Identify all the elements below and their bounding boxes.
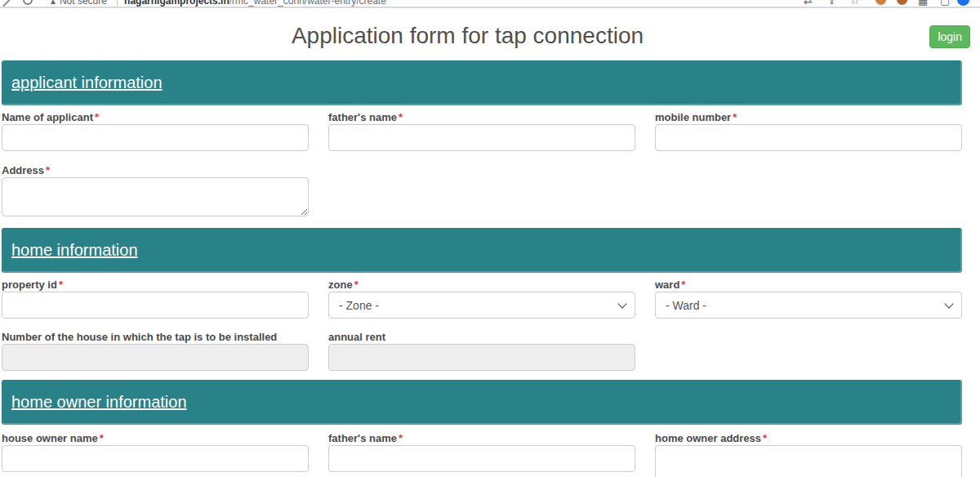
browser-toolbar: ▲Not secure|nagarnigamprojects.in/rmc_wa…	[0, 0, 980, 8]
required-asterisk: *	[681, 279, 685, 291]
section-heading-link-applicant[interactable]: applicant information	[11, 74, 163, 92]
bookmark-star-icon[interactable]: ☆	[850, 0, 860, 7]
required-asterisk: *	[763, 432, 767, 444]
forward-icon[interactable]	[2, 0, 11, 7]
translate-icon[interactable]: ⇄	[804, 0, 813, 7]
section-heading-link-home[interactable]: home information	[11, 241, 138, 260]
annual-rent-input	[328, 344, 635, 371]
mobile-number-input[interactable]	[655, 124, 962, 151]
field-home-owner-address: home owner address*	[655, 431, 962, 477]
owner-fathers-name-input[interactable]	[328, 445, 635, 472]
name-of-applicant-input[interactable]	[2, 124, 309, 151]
field-label: Number of the house in which the tap is …	[2, 330, 309, 344]
field-label: father's name*	[328, 431, 635, 445]
section-home-owner-information: home owner information house owner name*…	[2, 380, 962, 477]
required-asterisk: *	[399, 111, 403, 123]
share-icon[interactable]: ⇪	[827, 0, 836, 7]
field-house-number: Number of the house in which the tap is …	[2, 330, 309, 371]
field-label: zone*	[328, 278, 635, 292]
field-label: annual rent	[328, 330, 635, 344]
not-secure-warning-icon: ▲	[49, 0, 57, 6]
field-property-id: property id*	[2, 278, 309, 319]
fathers-name-input[interactable]	[328, 124, 635, 151]
application-form: applicant information Name of applicant*…	[2, 60, 962, 477]
property-id-input[interactable]	[2, 292, 309, 319]
required-asterisk: *	[733, 111, 737, 123]
home-owner-address-textarea[interactable]	[655, 445, 962, 477]
extension-avatar-icon[interactable]	[875, 0, 886, 5]
extension-avatar-icon[interactable]	[897, 0, 907, 5]
field-zone: zone* - Zone -	[328, 278, 635, 319]
section-heading-home: home information	[2, 228, 962, 273]
required-asterisk: *	[354, 279, 359, 291]
required-asterisk: *	[46, 164, 50, 176]
field-label: mobile number*	[655, 110, 962, 124]
section-home-information: home information property id* zone* - Zo…	[2, 228, 962, 371]
zone-select[interactable]: - Zone -	[328, 292, 635, 319]
address-textarea[interactable]	[2, 177, 309, 216]
page-title: Application form for tap connection	[0, 20, 935, 52]
field-annual-rent: annual rent	[328, 330, 635, 371]
ward-select[interactable]: - Ward -	[655, 292, 962, 319]
url-path: /rmc_water_conn/water-entry/create	[229, 0, 386, 7]
profile-avatar[interactable]	[957, 0, 969, 6]
field-address: Address*	[2, 163, 309, 216]
field-mobile-number: mobile number*	[655, 110, 962, 151]
reload-icon[interactable]	[23, 0, 33, 5]
section-heading-applicant: applicant information	[2, 60, 962, 105]
field-ward: ward* - Ward -	[655, 278, 962, 319]
required-asterisk: *	[59, 279, 63, 291]
side-panel-icon[interactable]: ▢	[940, 0, 950, 7]
not-secure-label: Not secure	[60, 0, 107, 7]
url-separator: |	[116, 0, 118, 7]
page-header: Application form for tap connection logi…	[0, 20, 980, 52]
field-label: ward*	[655, 278, 962, 292]
section-heading-home-owner: home owner information	[2, 380, 962, 425]
address-bar[interactable]: ▲Not secure|nagarnigamprojects.in/rmc_wa…	[49, 0, 386, 7]
field-label: property id*	[2, 278, 309, 292]
field-house-owner-name: house owner name*	[2, 431, 309, 477]
extensions-puzzle-icon[interactable]: ▦	[918, 0, 928, 7]
login-button[interactable]: login	[929, 25, 970, 48]
field-label: home owner address*	[655, 431, 962, 445]
field-label: father's name*	[328, 110, 635, 124]
required-asterisk: *	[399, 432, 403, 444]
field-name-of-applicant: Name of applicant*	[2, 110, 309, 151]
url-domain: nagarnigamprojects.in	[124, 0, 229, 7]
house-owner-name-input[interactable]	[2, 445, 309, 472]
required-asterisk: *	[100, 432, 104, 444]
field-label: Address*	[2, 163, 309, 177]
required-asterisk: *	[95, 111, 99, 123]
field-label: house owner name*	[2, 431, 309, 445]
house-number-input	[2, 344, 309, 371]
section-applicant-information: applicant information Name of applicant*…	[2, 60, 962, 216]
field-label: Name of applicant*	[2, 110, 309, 124]
field-fathers-name: father's name*	[328, 110, 635, 151]
section-heading-link-home-owner[interactable]: home owner information	[11, 393, 187, 412]
field-owner-fathers-name: father's name*	[328, 431, 635, 477]
